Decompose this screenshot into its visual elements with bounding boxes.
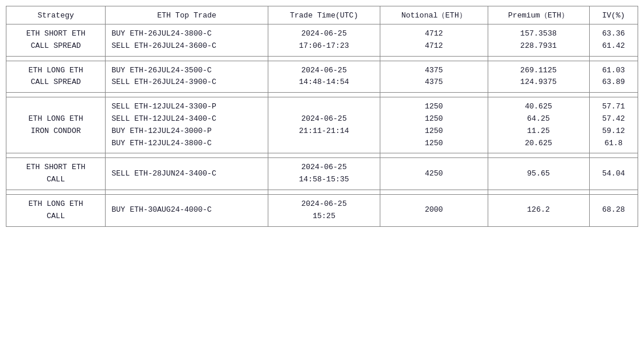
table-row: ETH SHORT ETH CALL SPREADBUY ETH-26JUL24… [6, 24, 638, 57]
header-premium: Premium（ETH） [488, 6, 589, 24]
trade-cell: BUY ETH-26JUL24-3800-C SELL ETH-26JUL24-… [106, 24, 268, 57]
time-cell: 2024-06-25 14:48-14:54 [268, 61, 380, 93]
trade-table: Strategy ETH Top Trade Trade Time(UTC) N… [6, 6, 638, 227]
table-row: ETH LONG ETH IRON CONDORSELL ETH-12JUL24… [6, 97, 638, 153]
time-cell: 2024-06-25 15:25 [268, 194, 380, 226]
trade-cell: SELL ETH-12JUL24-3300-P SELL ETH-12JUL24… [106, 97, 268, 153]
notional-cell: 1250 1250 1250 1250 [380, 97, 488, 153]
notional-cell: 2000 [380, 194, 488, 226]
spacer-row [6, 190, 638, 194]
premium-cell: 126.2 [488, 194, 589, 226]
strategy-cell: ETH LONG ETH CALL SPREAD [6, 61, 106, 93]
trade-cell: BUY ETH-30AUG24-4000-C [106, 194, 268, 226]
notional-cell: 4250 [380, 158, 488, 190]
iv-cell: 57.71 57.42 59.12 61.8 [589, 97, 638, 153]
strategy-cell: ETH LONG ETH IRON CONDOR [6, 97, 106, 153]
header-row: Strategy ETH Top Trade Trade Time(UTC) N… [6, 6, 638, 24]
main-table-container: Strategy ETH Top Trade Trade Time(UTC) N… [6, 6, 638, 227]
notional-cell: 4375 4375 [380, 61, 488, 93]
strategy-cell: ETH LONG ETH CALL [6, 194, 106, 226]
time-cell: 2024-06-25 17:06-17:23 [268, 24, 380, 57]
trade-cell: SELL ETH-28JUN24-3400-C [106, 158, 268, 190]
header-iv: IV(%) [589, 6, 638, 24]
time-cell: 2024-06-25 21:11-21:14 [268, 97, 380, 153]
iv-cell: 54.04 [589, 158, 638, 190]
strategy-cell: ETH SHORT ETH CALL SPREAD [6, 24, 106, 57]
premium-cell: 95.65 [488, 158, 589, 190]
iv-cell: 68.28 [589, 194, 638, 226]
premium-cell: 40.625 64.25 11.25 20.625 [488, 97, 589, 153]
strategy-cell: ETH SHORT ETH CALL [6, 158, 106, 190]
notional-cell: 4712 4712 [380, 24, 488, 57]
iv-cell: 63.36 61.42 [589, 24, 638, 57]
table-row: ETH LONG ETH CALLBUY ETH-30AUG24-4000-C2… [6, 194, 638, 226]
header-trade-time: Trade Time(UTC) [268, 6, 380, 24]
header-eth-top-trade: ETH Top Trade [106, 6, 268, 24]
spacer-row [6, 56, 638, 61]
premium-cell: 269.1125 124.9375 [488, 61, 589, 93]
spacer-row [6, 153, 638, 158]
spacer-row [6, 93, 638, 97]
table-row: ETH LONG ETH CALL SPREADBUY ETH-26JUL24-… [6, 61, 638, 93]
trade-cell: BUY ETH-26JUL24-3500-C SELL ETH-26JUL24-… [106, 61, 268, 93]
table-row: ETH SHORT ETH CALLSELL ETH-28JUN24-3400-… [6, 158, 638, 190]
premium-cell: 157.3538 228.7931 [488, 24, 589, 57]
header-notional: Notional（ETH） [380, 6, 488, 24]
iv-cell: 61.03 63.89 [589, 61, 638, 93]
time-cell: 2024-06-25 14:58-15:35 [268, 158, 380, 190]
header-strategy: Strategy [6, 6, 106, 24]
